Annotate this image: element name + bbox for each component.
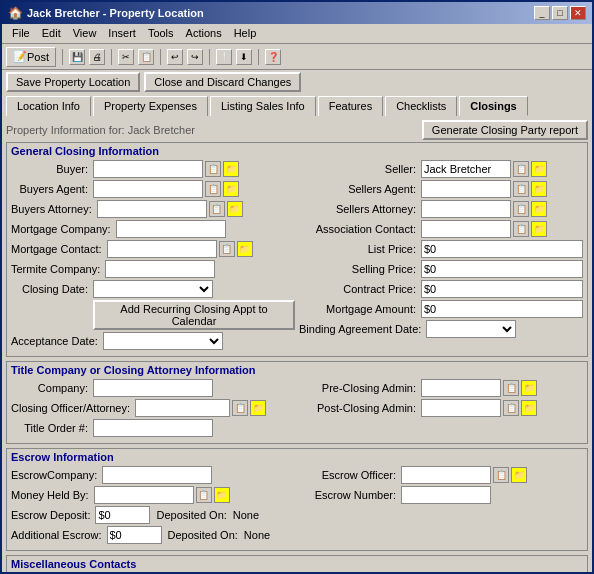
closing-date-select[interactable] <box>93 280 213 298</box>
window-title: Jack Bretcher - Property Location <box>27 7 204 19</box>
contract-price-input[interactable] <box>421 280 583 298</box>
menu-view[interactable]: View <box>67 26 103 41</box>
sellers-attorney-input[interactable] <box>421 200 511 218</box>
pre-closing-folder-icon[interactable]: 📁 <box>521 380 537 396</box>
closing-officer-row: Closing Officer/Attorney: 📋 📁 <box>11 399 295 417</box>
money-held-search-icon[interactable]: 📋 <box>196 487 212 503</box>
closing-officer-search-icon[interactable]: 📋 <box>232 400 248 416</box>
seller-input[interactable] <box>421 160 511 178</box>
mortgage-contact-search-icon[interactable]: 📋 <box>219 241 235 257</box>
money-held-input[interactable] <box>94 486 194 504</box>
sellers-agent-input[interactable] <box>421 180 511 198</box>
undo-icon[interactable]: ↩ <box>167 49 183 65</box>
association-contact-input[interactable] <box>421 220 511 238</box>
tab-property-expenses[interactable]: Property Expenses <box>93 96 208 116</box>
pre-closing-input[interactable] <box>421 379 501 397</box>
mortgage-contact-row: Mortgage Contact: 📋 📁 <box>11 240 295 258</box>
escrow-officer-search-icon[interactable]: 📋 <box>493 467 509 483</box>
buyers-agent-folder-icon[interactable]: 📁 <box>223 181 239 197</box>
money-held-folder-icon[interactable]: 📁 <box>214 487 230 503</box>
sellers-attorney-search-icon[interactable]: 📋 <box>513 201 529 217</box>
escrow-officer-folder-icon[interactable]: 📁 <box>511 467 527 483</box>
tab-listing-sales-info[interactable]: Listing Sales Info <box>210 96 316 116</box>
binding-agreement-select[interactable] <box>426 320 516 338</box>
generate-report-button[interactable]: Generate Closing Party report <box>422 120 588 140</box>
termite-company-input[interactable] <box>105 260 215 278</box>
close-button[interactable]: ✕ <box>570 6 586 20</box>
list-price-input[interactable] <box>421 240 583 258</box>
buyer-input[interactable] <box>93 160 203 178</box>
escrow-officer-input[interactable] <box>401 466 491 484</box>
menu-file[interactable]: File <box>6 26 36 41</box>
alert-icon[interactable]: ❕ <box>216 49 232 65</box>
buyers-agent-input[interactable] <box>93 180 203 198</box>
paste-icon[interactable]: 📋 <box>138 49 154 65</box>
mortgage-amount-input[interactable] <box>421 300 583 318</box>
cut-icon[interactable]: ✂ <box>118 49 134 65</box>
buyers-attorney-search-icon[interactable]: 📋 <box>209 201 225 217</box>
escrow-deposit-input[interactable] <box>95 506 150 524</box>
menu-help[interactable]: Help <box>228 26 263 41</box>
selling-price-input[interactable] <box>421 260 583 278</box>
escrow-cols: EscrowCompany: Money Held By: 📋 📁 Escrow… <box>11 466 583 546</box>
escrow-number-input[interactable] <box>401 486 491 504</box>
post-button[interactable]: 📝 Post <box>6 47 56 67</box>
mortgage-contact-folder-icon[interactable]: 📁 <box>237 241 253 257</box>
tab-checklists[interactable]: Checklists <box>385 96 457 116</box>
save-icon[interactable]: 💾 <box>69 49 85 65</box>
company-input[interactable] <box>93 379 213 397</box>
closing-officer-input[interactable] <box>135 399 230 417</box>
help-icon[interactable]: ❓ <box>265 49 281 65</box>
mortgage-contact-input[interactable] <box>107 240 217 258</box>
seller-folder-icon[interactable]: 📁 <box>531 161 547 177</box>
buyers-attorney-input[interactable] <box>97 200 207 218</box>
seller-search-icon[interactable]: 📋 <box>513 161 529 177</box>
title-order-input[interactable] <box>93 419 213 437</box>
title-bar: 🏠 Jack Bretcher - Property Location _ □ … <box>2 2 592 24</box>
buyers-agent-label: Buyers Agent: <box>11 183 91 195</box>
menu-actions[interactable]: Actions <box>180 26 228 41</box>
add-calendar-row: Add Recurring Closing Appt to Calendar <box>93 300 295 330</box>
redo-icon[interactable]: ↪ <box>187 49 203 65</box>
seller-row: Seller: 📋 📁 <box>299 160 583 178</box>
buyers-attorney-folder-icon[interactable]: 📁 <box>227 201 243 217</box>
binding-agreement-label: Binding Agreement Date: <box>299 323 424 335</box>
escrow-company-input[interactable] <box>102 466 212 484</box>
add-calendar-button[interactable]: Add Recurring Closing Appt to Calendar <box>93 300 295 330</box>
sellers-agent-search-icon[interactable]: 📋 <box>513 181 529 197</box>
post-closing-label: Post-Closing Admin: <box>299 402 419 414</box>
closing-officer-folder-icon[interactable]: 📁 <box>250 400 266 416</box>
print-icon[interactable]: 🖨 <box>89 49 105 65</box>
menu-edit[interactable]: Edit <box>36 26 67 41</box>
buyers-agent-search-icon[interactable]: 📋 <box>205 181 221 197</box>
save-property-button[interactable]: Save Property Location <box>6 72 140 92</box>
sellers-agent-folder-icon[interactable]: 📁 <box>531 181 547 197</box>
maximize-button[interactable]: □ <box>552 6 568 20</box>
additional-escrow-input[interactable] <box>107 526 162 544</box>
escrow-officer-row: Escrow Officer: 📋 📁 <box>299 466 583 484</box>
acceptance-date-select[interactable] <box>103 332 223 350</box>
buyer-search-icon[interactable]: 📋 <box>205 161 221 177</box>
menu-tools[interactable]: Tools <box>142 26 180 41</box>
tab-closings[interactable]: Closings <box>459 96 527 116</box>
escrow-officer-label: Escrow Officer: <box>299 469 399 481</box>
association-search-icon[interactable]: 📋 <box>513 221 529 237</box>
association-folder-icon[interactable]: 📁 <box>531 221 547 237</box>
tab-features[interactable]: Features <box>318 96 383 116</box>
post-closing-input[interactable] <box>421 399 501 417</box>
additional-escrow-row: Additional Escrow: Deposited On: None <box>11 526 295 544</box>
sellers-attorney-label: Sellers Attorney: <box>299 203 419 215</box>
sellers-attorney-folder-icon[interactable]: 📁 <box>531 201 547 217</box>
post-closing-folder-icon[interactable]: 📁 <box>521 400 537 416</box>
minimize-button[interactable]: _ <box>534 6 550 20</box>
buyer-folder-icon[interactable]: 📁 <box>223 161 239 177</box>
general-closing-title: General Closing Information <box>11 145 583 157</box>
post-closing-search-icon[interactable]: 📋 <box>503 400 519 416</box>
tab-location-info[interactable]: Location Info <box>6 96 91 116</box>
menu-insert[interactable]: Insert <box>102 26 142 41</box>
down-icon[interactable]: ⬇ <box>236 49 252 65</box>
pre-closing-search-icon[interactable]: 📋 <box>503 380 519 396</box>
close-discard-button[interactable]: Close and Discard Changes <box>144 72 301 92</box>
mortgage-company-input[interactable] <box>116 220 226 238</box>
menu-bar: File Edit View Insert Tools Actions Help <box>2 24 592 44</box>
